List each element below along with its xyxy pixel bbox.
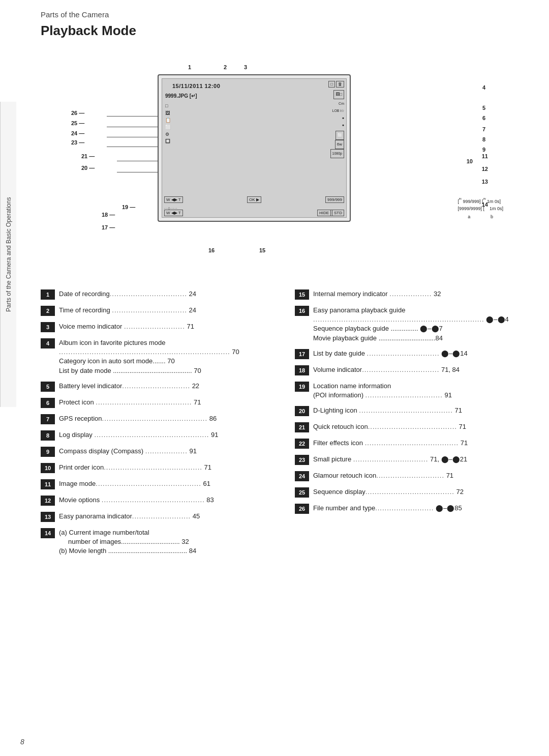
text-11: Image mode..............................… [59, 479, 274, 488]
text-13: Easy panorama indicator.................… [59, 512, 274, 521]
text-3: Voice memo indicator ...................… [59, 322, 274, 331]
screen-filename: 9999.JPG [↵] [165, 93, 197, 99]
callout-4: 4 [482, 84, 485, 91]
callout-20: 20 — [81, 165, 95, 171]
num-18: 18 [295, 365, 309, 375]
text-14: (a) Current image number/total number of… [59, 528, 274, 556]
line-25 [107, 127, 158, 127]
sidebar-label: Parts of the Camera and Basic Operations [0, 102, 16, 407]
num-7: 7 [41, 414, 55, 424]
callout-25: 25 — [71, 120, 84, 126]
camera-screen: 15/11/2011 12:00 9999.JPG [↵] □ 🖼 📋 ⬜ ⚙ … [158, 74, 351, 222]
line-21 [117, 161, 158, 161]
num-16: 16 [295, 306, 309, 316]
screen-date: 15/11/2011 12:00 [172, 83, 220, 89]
callout-7: 7 [482, 126, 485, 132]
item-20: 20 D-Lighting icon .....................… [295, 404, 529, 418]
text-24: Glamour retouch icon....................… [313, 471, 529, 480]
camera-diagram: 15/11/2011 12:00 9999.JPG [↵] □ 🖼 📋 ⬜ ⚙ … [56, 54, 513, 273]
text-10: Print order icon........................… [59, 463, 274, 472]
item-3: 3 Voice memo indicator .................… [41, 321, 274, 334]
text-22: Filter effects icon ....................… [313, 439, 529, 448]
callout-1: 1 [188, 64, 191, 70]
item-6: 6 Protect icon .........................… [41, 396, 274, 410]
num-22: 22 [295, 439, 309, 449]
num-25: 25 [295, 487, 309, 498]
text-19: Location name information (POI informati… [313, 382, 529, 400]
num-6: 6 [41, 398, 55, 408]
callout-19: 19 — [122, 204, 135, 210]
item-18: 18 Volume indicator.....................… [295, 364, 529, 377]
callout-3: 3 [244, 64, 247, 70]
callout-12: 12 [482, 166, 488, 172]
num-19: 19 [295, 382, 309, 392]
num-10: 10 [41, 463, 55, 473]
callout-9: 9 [482, 147, 485, 153]
num-17: 17 [295, 349, 309, 359]
num-11: 11 [41, 479, 55, 489]
item-9: 9 Compass display (Compass) ............… [41, 445, 274, 458]
text-4: Album icon in favorite pictures mode ...… [59, 338, 274, 375]
text-2: Time of recording ......................… [59, 306, 274, 315]
text-12: Movie options ..........................… [59, 496, 274, 505]
text-5: Battery level indicator.................… [59, 382, 274, 391]
num-21: 21 [295, 422, 309, 432]
text-1: Date of recording.......................… [59, 289, 274, 299]
callout-8: 8 [482, 136, 485, 142]
text-25: Sequence display........................… [313, 487, 529, 497]
text-20: D-Lighting icon ........................… [313, 406, 529, 415]
num-15: 15 [295, 289, 309, 300]
item-26: 26 File number and type.................… [295, 502, 529, 515]
num-24: 24 [295, 471, 309, 481]
line-24 [107, 137, 158, 137]
page-number: 8 [20, 738, 24, 746]
item-23: 23 Small picture .......................… [295, 453, 529, 467]
num-3: 3 [41, 322, 55, 332]
callout-26: 26 — [71, 110, 84, 116]
text-18: Volume indicator........................… [313, 365, 529, 374]
item-13: 13 Easy panorama indicator..............… [41, 510, 274, 524]
item-22: 22 Filter effects icon .................… [295, 437, 529, 450]
text-9: Compass display (Compass) ..............… [59, 447, 274, 456]
text-21: Quick retouch icon......................… [313, 422, 529, 431]
item-12: 12 Movie options .......................… [41, 494, 274, 507]
line-20 [117, 172, 158, 172]
item-21: 21 Quick retouch icon...................… [295, 421, 529, 434]
num-1: 1 [41, 289, 55, 300]
callout-11: 11 [482, 153, 488, 159]
item-1: 1 Date of recording.....................… [41, 288, 274, 301]
num-14: 14 [41, 528, 55, 538]
num-5: 5 [41, 382, 55, 392]
callout-18: 18 — [102, 212, 115, 218]
screen-mode-indicators: HIDE STD [317, 210, 344, 216]
item-11: 11 Image mode...........................… [41, 478, 274, 491]
callout-2: 2 [224, 64, 227, 70]
num-23: 23 [295, 455, 309, 465]
item-7: 7 GPS reception.........................… [41, 413, 274, 426]
item-4: 4 Album icon in favorite pictures mode .… [41, 337, 274, 377]
item-14: 14 (a) Current image number/total number… [41, 527, 274, 558]
text-7: GPS reception...........................… [59, 414, 274, 423]
screen-right-icons: 🖼□ Cm LOB i☆ ● ● ⬜ 6w 1080p [330, 90, 344, 158]
line-23 [107, 147, 158, 147]
num-2: 2 [41, 306, 55, 316]
callout-24: 24 — [71, 130, 84, 136]
num-12: 12 [41, 496, 55, 506]
screen-top-right-icons: □ 🗑 [328, 81, 344, 88]
callout-23: 23 — [71, 139, 84, 146]
num-20: 20 [295, 406, 309, 416]
item-10: 10 Print order icon.....................… [41, 461, 274, 475]
left-column: 1 Date of recording.....................… [41, 288, 274, 560]
num-26: 26 [295, 504, 309, 514]
page-title: Playback Mode [41, 23, 529, 39]
num-13: 13 [41, 512, 55, 522]
callout-6: 6 [482, 115, 485, 121]
num-4: 4 [41, 338, 55, 348]
item-25: 25 Sequence display.....................… [295, 486, 529, 499]
screen-inner: 15/11/2011 12:00 9999.JPG [↵] □ 🖼 📋 ⬜ ⚙ … [162, 78, 347, 218]
item-19: 19 Location name information (POI inform… [295, 380, 529, 401]
screen-left-icons: □ 🖼 📋 ⬜ ⚙ 🔲 [165, 102, 171, 145]
text-16: Easy panorama playback guide ...........… [313, 306, 529, 343]
num-8: 8 [41, 430, 55, 441]
data-section: 1 Date of recording.....................… [41, 288, 529, 560]
